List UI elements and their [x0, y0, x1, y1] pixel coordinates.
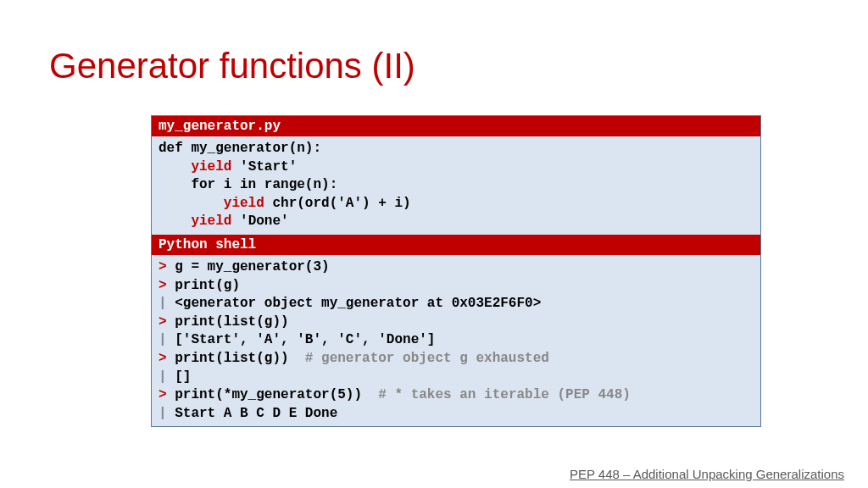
shell-line: print(g)	[175, 278, 240, 293]
comment: # * takes an iterable (PEP 448)	[378, 387, 631, 402]
shell-output: > g = my_generator(3) > print(g) | <gene…	[152, 255, 760, 426]
prompt-icon: >	[159, 278, 175, 293]
code-indent	[159, 214, 191, 229]
source-code: def my_generator(n): yield 'Start' for i…	[152, 136, 760, 235]
prompt-icon: >	[159, 259, 175, 274]
shell-header: Python shell	[152, 235, 760, 255]
prompt-icon: >	[159, 351, 175, 366]
code-indent	[159, 196, 224, 211]
shell-line: print(*my_generator(5))	[175, 387, 378, 402]
output-marker-icon: |	[159, 406, 175, 421]
prompt-icon: >	[159, 387, 175, 402]
shell-line: ['Start', 'A', 'B', 'C', 'Done']	[175, 332, 435, 347]
code-indent	[159, 159, 191, 175]
keyword-yield: yield	[191, 159, 231, 175]
shell-line: Start A B C D E Done	[175, 406, 337, 421]
shell-line: []	[175, 369, 191, 385]
shell-line: <generator object my_generator at 0x03E2…	[175, 296, 541, 311]
output-marker-icon: |	[159, 369, 175, 385]
code-line: for i in range(n):	[159, 177, 337, 192]
code-text: 'Done'	[231, 214, 288, 229]
output-marker-icon: |	[159, 332, 175, 347]
shell-line: print(list(g))	[175, 314, 288, 330]
output-marker-icon: |	[159, 296, 175, 311]
shell-line: g = my_generator(3)	[175, 259, 329, 274]
prompt-icon: >	[159, 314, 175, 330]
slide-title: Generator functions (II)	[49, 46, 415, 86]
comment: # generator object g exhausted	[305, 351, 549, 366]
shell-line: print(list(g))	[175, 351, 305, 366]
file-header: my_generator.py	[152, 116, 760, 136]
footer-link[interactable]: PEP 448 – Additional Unpacking Generaliz…	[570, 467, 844, 481]
keyword-yield: yield	[191, 214, 231, 229]
keyword-yield: yield	[224, 196, 264, 211]
code-container: my_generator.py def my_generator(n): yie…	[151, 115, 761, 427]
code-line: def my_generator(n):	[159, 141, 321, 156]
code-text: 'Start'	[231, 159, 297, 175]
code-text: chr(ord('A') + i)	[264, 196, 411, 211]
